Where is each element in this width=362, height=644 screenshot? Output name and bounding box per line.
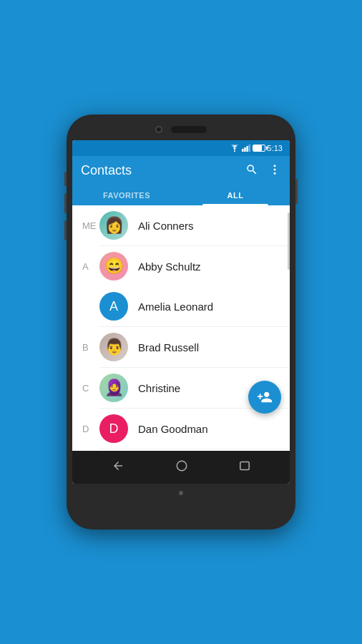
app-bar: Contacts [72,156,290,185]
section-label-a: A [82,261,99,272]
earpiece-speaker [171,126,207,133]
section-me: ME Ali Conners [72,205,290,245]
phone-top [72,126,290,140]
status-icons: 5:13 [230,144,283,152]
section-a: A Abby Schultz [72,246,290,286]
tabs: FAVORITES ALL [72,185,290,205]
tab-all[interactable]: ALL [181,185,290,205]
avatar-ali-conners [99,211,128,240]
signal-icon [242,145,250,152]
search-button[interactable] [245,163,258,178]
recents-button[interactable] [239,461,250,474]
section-e: E Ed Lee [72,449,290,451]
avatar-letter-dan: D [109,421,119,436]
section-d: D D Dan Goodman [72,409,290,449]
svg-point-8 [177,461,187,471]
power-button[interactable] [295,179,298,204]
svg-rect-4 [248,145,250,152]
back-button[interactable] [112,459,124,475]
section-label-c: C [82,383,99,394]
avatar-brad-russell [99,333,128,361]
contact-list: ME Ali Conners A Abby Schultz A Amelia L… [72,205,290,451]
volume-up-button[interactable] [64,172,67,186]
wifi-icon [230,145,240,152]
phone-bottom [72,484,290,495]
section-label-b: B [82,342,99,353]
contact-item-amelia[interactable]: A Amelia Leonard [72,286,290,326]
svg-point-6 [274,169,276,171]
svg-rect-3 [246,146,248,152]
avatar-amelia-leonard: A [99,292,128,321]
section-b: B Brad Russell [72,327,290,367]
svg-rect-1 [242,149,244,152]
status-bar: 5:13 [72,140,290,156]
contact-name-christine: Christine [138,382,180,394]
contact-name-abby: Abby Schultz [138,260,201,273]
app-bar-actions [245,163,281,178]
contact-name-dan: Dan Goodman [138,423,208,435]
scroll-indicator [288,213,290,270]
nav-bar [72,451,290,484]
contact-name-ali: Ali Conners [138,220,194,232]
contact-name-brad: Brad Russell [138,341,199,353]
status-time: 5:13 [268,144,283,152]
home-indicator [179,491,183,495]
battery-icon [253,145,265,152]
home-button[interactable] [175,459,188,475]
phone-shell: 5:13 Contacts [67,114,295,530]
svg-rect-2 [244,147,246,152]
section-label-me: ME [82,220,99,231]
svg-rect-9 [240,462,248,470]
svg-point-7 [274,172,276,175]
more-options-button[interactable] [268,163,281,178]
contact-name-amelia: Amelia Leonard [138,301,213,313]
silent-button[interactable] [64,220,67,240]
app-title: Contacts [81,163,132,178]
phone-screen: 5:13 Contacts [72,140,290,484]
avatar-abby-schultz [99,252,128,280]
add-contact-icon [257,389,273,405]
tab-favorites[interactable]: FAVORITES [72,185,181,205]
svg-point-5 [274,165,276,167]
front-camera [155,126,162,133]
section-label-d: D [82,424,99,434]
add-contact-fab[interactable] [248,381,281,414]
volume-down-button[interactable] [64,193,67,213]
avatar-dan-goodman: D [99,414,128,443]
avatar-letter-amelia: A [109,299,118,314]
avatar-christine [99,374,128,402]
